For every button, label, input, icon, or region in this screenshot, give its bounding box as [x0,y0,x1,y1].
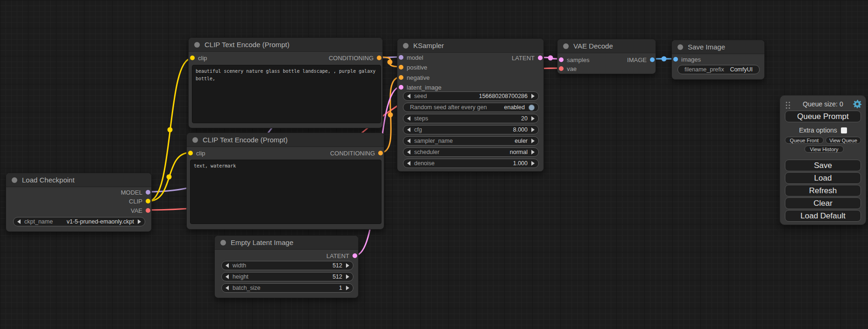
port-latent-output[interactable] [353,253,357,258]
prompt-textarea[interactable]: beautiful scenery nature glass bottle la… [192,65,381,123]
prev-value-arrow-icon[interactable] [407,150,410,154]
load-default-button[interactable]: Load Default [785,210,861,222]
prev-value-arrow-icon[interactable] [17,219,21,224]
widget-filename-prefix[interactable]: filename_prefix ComfyUI [677,65,760,74]
next-value-arrow-icon[interactable] [531,94,535,98]
next-value-arrow-icon[interactable] [138,219,141,224]
toggle-knob-icon[interactable] [529,105,535,111]
prev-value-arrow-icon[interactable] [226,263,229,268]
next-value-arrow-icon[interactable] [531,127,535,132]
widget-value: 1 [339,285,342,291]
prev-value-arrow-icon[interactable] [226,286,229,290]
widget-batch-size[interactable]: batch_size 1 [221,283,353,293]
view-queue-button[interactable]: View Queue [826,137,861,144]
button-label: Queue Front [790,138,819,143]
node-header[interactable]: Load Checkpoint [6,173,151,187]
output-conditioning: CONDITIONING [329,53,381,63]
next-value-arrow-icon[interactable] [531,139,535,143]
node-clip-text-encode-negative[interactable]: CLIP Text Encode (Prompt) clip CONDITION… [186,133,384,230]
save-button[interactable]: Save [785,160,861,171]
widget-value: 512 [332,273,342,280]
input-negative: negative [399,73,430,82]
next-value-arrow-icon[interactable] [346,286,349,290]
port-vae-input[interactable] [559,66,564,71]
widget-denoise[interactable]: denoise 1.000 [403,159,539,168]
node-header[interactable]: Save Image [672,40,764,54]
widget-steps[interactable]: steps 20 [403,114,539,123]
output-vae: VAE [131,206,150,215]
button-label: Refresh [809,186,837,196]
widget-sampler-name[interactable]: sampler_name euler [403,136,539,146]
node-collapse-dot-icon[interactable] [194,42,200,48]
port-images-input[interactable] [673,57,678,62]
node-header[interactable]: VAE Decode [557,39,656,53]
widget-height[interactable]: height 512 [221,272,353,281]
widget-value: 156680208700286 [479,93,528,99]
widget-width[interactable]: width 512 [221,261,353,270]
view-history-button[interactable]: View History [804,146,844,153]
queue-panel: Queue size: 0 Queue Prompt Extra options… [780,95,866,225]
port-latent-output[interactable] [538,56,543,60]
port-negative-input[interactable] [399,75,403,80]
node-header[interactable]: KSampler [397,39,543,53]
refresh-button[interactable]: Refresh [785,185,861,196]
port-positive-input[interactable] [399,65,403,70]
node-ksampler[interactable]: KSampler model positive negative latent_… [397,38,544,172]
port-samples-input[interactable] [559,57,564,62]
output-clip: CLIP [129,196,150,206]
widget-seed[interactable]: seed 156680208700286 [403,91,539,101]
prev-value-arrow-icon[interactable] [407,94,410,98]
port-clip-input[interactable] [188,151,193,155]
next-value-arrow-icon[interactable] [531,161,535,166]
prev-value-arrow-icon[interactable] [407,139,410,143]
node-collapse-dot-icon[interactable] [677,44,683,50]
node-load-checkpoint[interactable]: Load Checkpoint MODEL CLIP VAE ckpt_name… [6,173,152,232]
clear-button[interactable]: Clear [785,197,861,209]
port-conditioning-output[interactable] [378,151,383,155]
next-value-arrow-icon[interactable] [531,116,535,121]
node-save-image[interactable]: Save Image images filename_prefix ComfyU… [671,40,765,80]
widget-label: cfg [414,126,422,133]
widget-ckpt-name[interactable]: ckpt_name v1-5-pruned-emaonly.ckpt [13,217,145,226]
next-value-arrow-icon[interactable] [346,263,349,268]
queue-front-button[interactable]: Queue Front [785,137,824,144]
widget-random-seed-toggle[interactable]: Random seed after every gen enabled [403,103,539,112]
prompt-textarea[interactable]: text, watermark [190,160,381,224]
queue-prompt-button[interactable]: Queue Prompt [785,111,861,122]
node-header[interactable]: CLIP Text Encode (Prompt) [187,133,384,147]
node-collapse-dot-icon[interactable] [220,240,226,245]
load-button[interactable]: Load [785,172,861,184]
node-empty-latent-image[interactable]: Empty Latent Image LATENT width 512 heig… [214,235,359,298]
port-conditioning-output[interactable] [377,56,381,60]
node-collapse-dot-icon[interactable] [563,43,569,49]
prev-value-arrow-icon[interactable] [226,274,229,279]
widget-label: ckpt_name [24,218,53,225]
widget-scheduler[interactable]: scheduler normal [403,147,539,157]
extra-options-checkbox[interactable] [841,127,847,133]
node-collapse-dot-icon[interactable] [12,177,17,183]
node-vae-decode[interactable]: VAE Decode samples vae IMAGE [557,39,656,74]
port-model-output[interactable] [146,190,150,195]
widget-cfg[interactable]: cfg 8.000 [403,125,539,134]
port-clip-output[interactable] [146,199,150,203]
node-clip-text-encode-positive[interactable]: CLIP Text Encode (Prompt) clip CONDITION… [188,37,383,128]
port-image-output[interactable] [650,57,655,62]
settings-gear-icon[interactable] [853,100,861,108]
node-collapse-dot-icon[interactable] [192,137,198,143]
node-collapse-dot-icon[interactable] [403,43,409,49]
output-label: VAE [131,207,142,214]
node-header[interactable]: Empty Latent Image [215,236,358,250]
output-label: LATENT [512,55,535,62]
next-value-arrow-icon[interactable] [531,150,535,154]
port-model-input[interactable] [399,55,403,60]
port-vae-output[interactable] [146,208,150,213]
node-header[interactable]: CLIP Text Encode (Prompt) [189,38,382,52]
button-label: Clear [813,199,833,208]
port-clip-input[interactable] [190,56,195,60]
port-latent-image-input[interactable] [399,85,403,90]
input-clip: clip [188,148,205,158]
prev-value-arrow-icon[interactable] [407,116,410,121]
prev-value-arrow-icon[interactable] [407,127,410,132]
prev-value-arrow-icon[interactable] [407,161,410,166]
next-value-arrow-icon[interactable] [346,274,349,279]
